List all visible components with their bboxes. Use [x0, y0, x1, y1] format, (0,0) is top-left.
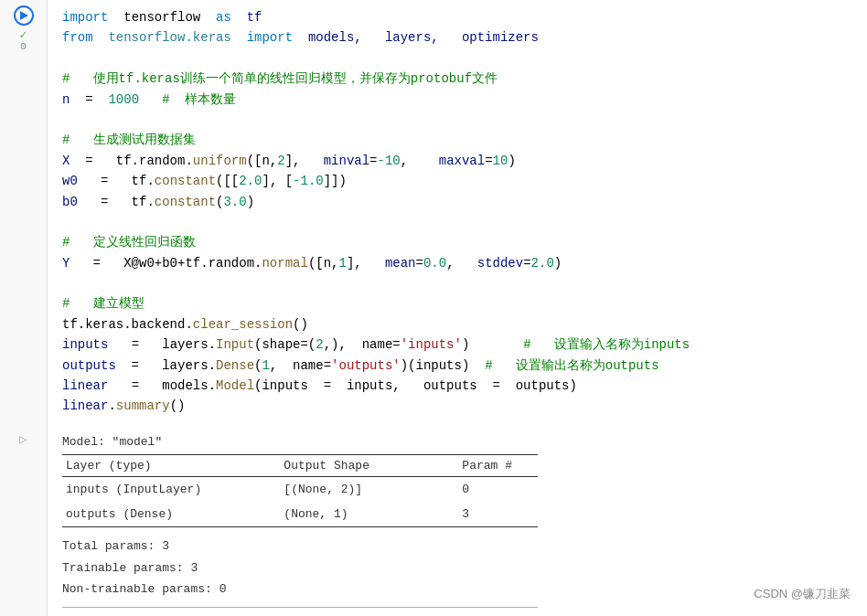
code-line: from tensorflow.keras import models, lay… — [62, 27, 856, 48]
code-line: Y = X@w0+b0+tf.random.normal([n,1], mean… — [62, 253, 856, 273]
code-text: = — [369, 154, 377, 168]
var: linear — [62, 378, 108, 393]
model-summary: Model: "model" Layer (type) Output Shape… — [62, 431, 856, 612]
code-line: linear.summary() — [62, 396, 856, 416]
function-name: constant — [155, 174, 216, 188]
code-text: = tf. — [78, 174, 155, 188]
comment-text: # 样本数量 — [139, 92, 236, 107]
code-line: import tensorflow as tf — [62, 7, 856, 27]
layer-name-0: inputs (InputLayer) — [62, 476, 280, 502]
param-count-0: 0 — [458, 476, 538, 502]
output-shape-1: (None, 1) — [280, 502, 458, 527]
model-title: Model: "model" — [62, 435, 856, 449]
number: 2 — [277, 154, 284, 168]
code-text: = layers. — [116, 358, 216, 373]
empty-line — [62, 48, 856, 69]
var: linear — [62, 398, 108, 413]
code-text: = X@w0+b0+tf.random. — [70, 256, 262, 271]
code-text: = tf. — [78, 195, 155, 209]
code-text: tf.keras.backend. — [62, 317, 193, 332]
output-gutter: ▷ — [0, 424, 48, 616]
code-text: = models. — [108, 378, 216, 393]
number: -10 — [378, 154, 401, 168]
keyword: from — [62, 30, 93, 45]
code-text: ([[ — [216, 174, 239, 188]
param-count-1: 3 — [458, 502, 538, 527]
code-line: n = 1000 # 样本数量 — [62, 90, 856, 110]
number: 2.0 — [531, 256, 554, 271]
cell-check-icon: ✓ — [20, 29, 27, 41]
code-text: ) — [247, 195, 254, 209]
string-value: 'inputs' — [401, 337, 462, 352]
code-text: () — [170, 398, 186, 413]
comment-text: # 建立模型 — [62, 296, 144, 311]
code-line: # 使用tf.keras训练一个简单的线性回归模型，并保存为protobuf文件 — [62, 69, 856, 89]
output-arrow-icon: ▷ — [19, 431, 27, 447]
var: b0 — [62, 195, 78, 209]
code-line: # 定义线性回归函数 — [62, 232, 856, 252]
comment-text: # 定义线性回归函数 — [62, 235, 196, 250]
run-button[interactable] — [14, 5, 34, 26]
keyword: as — [216, 10, 231, 25]
number: 2.0 — [239, 174, 262, 188]
number: 10 — [493, 154, 508, 168]
var: maxval — [439, 154, 485, 168]
bottom-divider — [62, 607, 538, 608]
code-line: tf.keras.backend.clear_session() — [62, 314, 856, 335]
string-value: 'outputs' — [331, 358, 401, 373]
code-line: w0 = tf.constant([[2.0], [-1.0]]) — [62, 171, 856, 191]
code-text: = — [70, 92, 108, 107]
function-name: Model — [216, 378, 254, 393]
code-text: tensorflow — [108, 10, 216, 25]
code-line: # 建立模型 — [62, 293, 856, 313]
var: outputs — [62, 358, 116, 373]
play-icon — [20, 11, 28, 20]
code-text: . — [108, 398, 115, 413]
code-text: ([n, — [308, 256, 339, 271]
var: mean — [385, 256, 416, 271]
module-name: tensorflow.keras — [93, 30, 231, 45]
number: 1 — [338, 256, 346, 271]
watermark: CSDN @镰刀韭菜 — [754, 586, 851, 602]
code-text: )(inputs) — [401, 358, 485, 373]
var: stddev — [477, 256, 523, 271]
table-row: inputs (InputLayer) [(None, 2)] 0 — [62, 476, 538, 502]
col-header-param: Param # — [458, 454, 538, 476]
function-name: clear_session — [193, 317, 293, 332]
function-name: summary — [116, 398, 170, 413]
number: 2 — [316, 337, 323, 352]
comment-text: # 生成测试用数据集 — [62, 133, 196, 147]
table-footer-divider — [62, 526, 538, 530]
code-text: , — [401, 154, 439, 168]
code-cell-1: ✓ 0 import tensorflow as tf from tensorf… — [0, 0, 867, 424]
col-header-layer: Layer (type) — [62, 454, 280, 476]
table-header-row: Layer (type) Output Shape Param # — [62, 454, 538, 476]
summary-table: Layer (type) Output Shape Param # inputs… — [62, 454, 538, 531]
empty-line — [62, 273, 856, 293]
number: 1 — [262, 358, 269, 373]
comment-text: # 使用tf.keras训练一个简单的线性回归模型，并保存为protobuf文件 — [62, 71, 498, 86]
var: inputs — [62, 337, 108, 352]
layer-name-1: outputs (Dense) — [62, 502, 280, 527]
code-text: ([n, — [247, 154, 278, 168]
keyword: import — [247, 30, 293, 45]
code-text: (inputs = inputs, outputs = outputs) — [254, 378, 577, 393]
col-header-shape: Output Shape — [280, 454, 458, 476]
code-text: = — [416, 256, 423, 271]
comment-text: # 设置输出名称为outputs — [485, 358, 658, 373]
notebook-container: ✓ 0 import tensorflow as tf from tensorf… — [0, 0, 867, 616]
code-line: X = tf.random.uniform([n,2], minval=-10,… — [62, 151, 856, 171]
trainable-params: Trainable params: 3 — [62, 558, 856, 579]
code-text: ]]) — [324, 174, 347, 188]
code-text: models, layers, optimizers — [293, 30, 539, 45]
code-line: b0 = tf.constant(3.0) — [62, 192, 856, 212]
code-text: (shape=( — [254, 337, 316, 352]
number: 1000 — [108, 92, 139, 107]
code-text: () — [293, 317, 308, 332]
number: 0.0 — [423, 256, 446, 271]
function-name: constant — [155, 195, 216, 209]
code-text: = layers. — [108, 337, 216, 352]
code-text: ) — [462, 337, 523, 352]
code-text: , name= — [270, 358, 331, 373]
code-text: ) — [554, 256, 562, 271]
